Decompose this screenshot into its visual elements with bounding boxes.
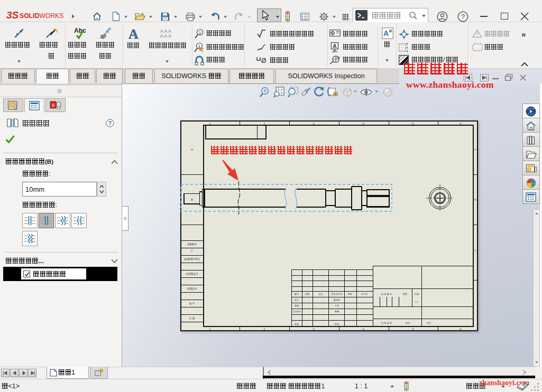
svg-text:A: A — [128, 27, 139, 40]
svg-text:A: A — [383, 29, 389, 38]
svg-text:主管设计: 主管设计 — [292, 310, 302, 313]
svg-text:A1: A1 — [336, 56, 340, 59]
svg-text:C: C — [191, 249, 194, 252]
svg-text:设计: 设计 — [295, 298, 299, 301]
svg-text:质量: 质量 — [403, 293, 407, 295]
svg-text:校核: 校核 — [295, 304, 299, 307]
svg-text:A: A — [191, 148, 193, 151]
svg-text:批准: 批准 — [334, 323, 339, 325]
svg-text:处数: 处数 — [305, 293, 310, 295]
svg-text:Ø: Ø — [261, 57, 266, 64]
svg-text:审核: 审核 — [335, 310, 339, 313]
svg-text:分区: 分区 — [318, 293, 323, 295]
svg-text:签名: 签名 — [348, 293, 352, 295]
svg-text:Abc: Abc — [74, 27, 86, 34]
svg-text:借(通)用件登记: 借(通)用件登记 — [183, 257, 200, 261]
svg-text:SOLIDWORKS: SOLIDWORKS — [20, 12, 63, 20]
svg-text:共 张 第 张: 共 张 第 张 — [381, 322, 392, 324]
svg-text:更改文件号: 更改文件号 — [332, 293, 343, 295]
svg-text:?: ? — [461, 13, 465, 21]
svg-text:1:1: 1:1 — [415, 301, 418, 303]
svg-text:年月日: 年月日 — [361, 293, 368, 295]
svg-text:A: A — [99, 34, 104, 39]
svg-text:版本: 版本 — [406, 322, 410, 324]
svg-text:AAA: AAA — [160, 33, 172, 38]
svg-text:1: 1 — [198, 30, 201, 35]
svg-text:B: B — [191, 198, 193, 201]
svg-text:工艺: 工艺 — [334, 304, 339, 307]
svg-text:?: ? — [108, 120, 112, 126]
svg-text:C: C — [474, 249, 476, 252]
svg-text:批准: 批准 — [294, 323, 299, 325]
svg-text:3S: 3S — [6, 10, 19, 21]
svg-text:S: S — [334, 92, 336, 96]
svg-text:替代: 替代 — [427, 322, 431, 324]
svg-text:签 字: 签 字 — [189, 302, 195, 305]
svg-text:A: A — [333, 43, 337, 49]
svg-text:S: S — [52, 102, 54, 108]
